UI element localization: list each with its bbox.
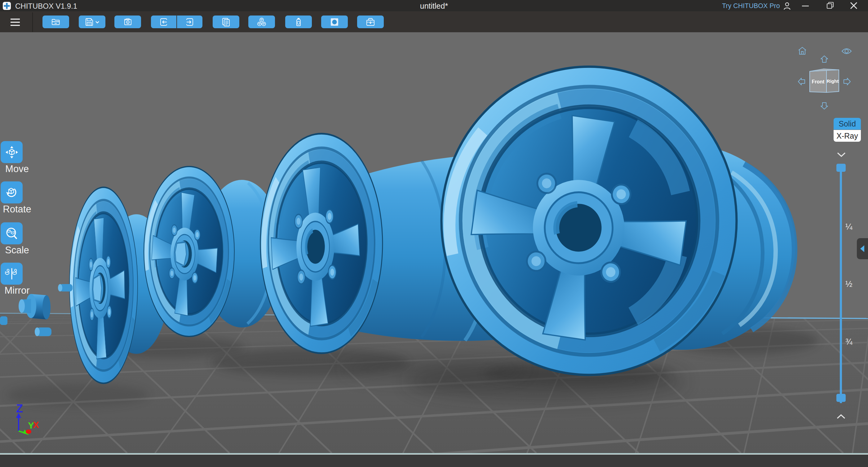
- svg-text:Front: Front: [812, 79, 825, 84]
- svg-text:Right: Right: [827, 79, 839, 84]
- svg-text:X: X: [33, 419, 39, 430]
- svg-text:▸▸: ▸▸: [55, 22, 57, 24]
- svg-text:Z: Z: [16, 402, 23, 415]
